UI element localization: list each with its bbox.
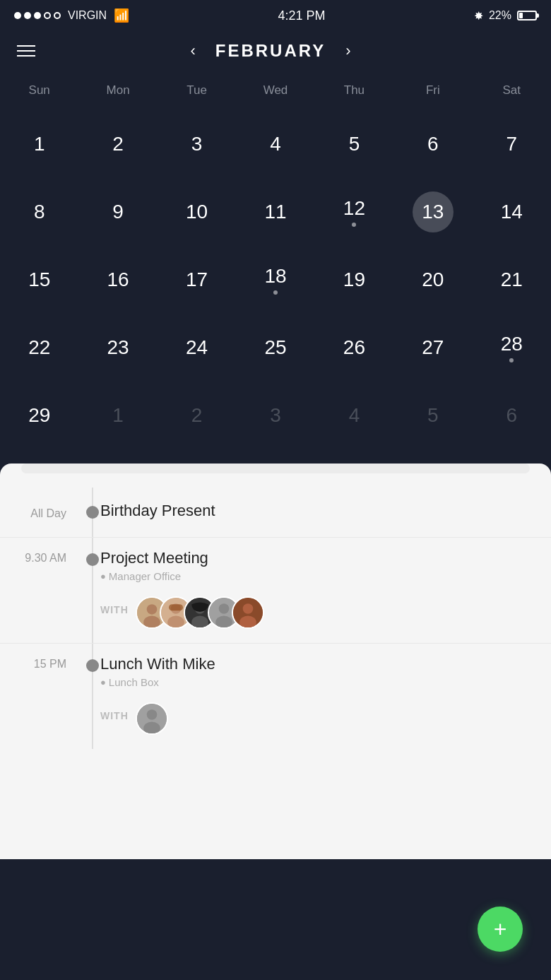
day-number: 12 xyxy=(343,197,365,220)
menu-button[interactable] xyxy=(17,45,35,57)
month-nav: ‹ FEBRUARY › xyxy=(184,41,356,61)
calendar-day-25[interactable]: 25 xyxy=(236,314,314,382)
lunch-attendees-row: WITH xyxy=(100,697,534,735)
calendar-day-17[interactable]: 17 xyxy=(158,246,236,314)
svg-point-1 xyxy=(146,604,157,615)
calendar-day-9[interactable]: 9 xyxy=(78,178,157,246)
day-number: 11 xyxy=(264,201,286,223)
calendar-day-29[interactable]: 29 xyxy=(0,382,78,449)
next-month-button[interactable]: › xyxy=(340,42,356,60)
calendar-day-6-other[interactable]: 6 xyxy=(473,382,551,449)
calendar-day-13[interactable]: 13 xyxy=(393,178,472,246)
day-number: 1 xyxy=(112,404,124,427)
prev-month-button[interactable]: ‹ xyxy=(184,42,201,60)
calendar-day-2[interactable]: 2 xyxy=(78,110,157,178)
add-event-button[interactable]: + xyxy=(478,907,523,952)
calendar-day-27[interactable]: 27 xyxy=(393,314,472,382)
calendar-day-22[interactable]: 22 xyxy=(0,314,78,382)
project-meeting-dot xyxy=(86,553,99,566)
calendar-day-14[interactable]: 14 xyxy=(473,178,551,246)
calendar-day-12[interactable]: 12 xyxy=(315,178,393,246)
status-bar: VIRGIN 📶 4:21 PM ✸ 22% xyxy=(0,0,551,31)
calendar-day-26[interactable]: 26 xyxy=(315,314,393,382)
calendar-day-3-other[interactable]: 3 xyxy=(236,382,314,449)
battery-fill xyxy=(519,13,523,18)
calendar-day-15[interactable]: 15 xyxy=(0,246,78,314)
month-title: FEBRUARY xyxy=(215,41,326,61)
project-meeting-time: 9.30 AM xyxy=(17,549,66,565)
panel-handle xyxy=(21,464,530,473)
day-header-sat: Sat xyxy=(473,78,551,103)
day-number: 2 xyxy=(112,133,124,155)
calendar-day-6[interactable]: 6 xyxy=(393,110,472,178)
with-label-1: WITH xyxy=(100,604,129,615)
calendar-day-19[interactable]: 19 xyxy=(315,246,393,314)
day-number: 6 xyxy=(427,133,439,155)
lunch-dot xyxy=(86,659,99,672)
svg-point-9 xyxy=(191,616,208,629)
day-number: 13 xyxy=(422,201,444,223)
day-number: 27 xyxy=(422,336,444,359)
calendar-day-4[interactable]: 4 xyxy=(236,110,314,178)
day-number: 10 xyxy=(186,201,208,223)
event-dot xyxy=(273,290,278,295)
svg-point-18 xyxy=(143,722,160,735)
day-header-fri: Fri xyxy=(393,78,472,103)
day-number: 5 xyxy=(427,404,439,427)
day-number: 5 xyxy=(349,133,360,155)
event-row-lunch[interactable]: 15 PM Lunch With Mike ● Lunch Box WITH xyxy=(0,644,551,749)
lunch-content: Lunch With Mike ● Lunch Box WITH xyxy=(100,655,534,735)
day-header-thu: Thu xyxy=(315,78,393,103)
calendar-day-5[interactable]: 5 xyxy=(315,110,393,178)
calendar-day-18[interactable]: 18 xyxy=(236,246,314,314)
calendar-day-1-other[interactable]: 1 xyxy=(78,382,157,449)
lunch-location: ● Lunch Box xyxy=(100,676,534,688)
event-row-allday[interactable]: All Day Birthday Present xyxy=(0,488,551,538)
svg-point-2 xyxy=(143,616,160,629)
calendar-day-11[interactable]: 11 xyxy=(236,178,314,246)
calendar-day-2-other[interactable]: 2 xyxy=(158,382,236,449)
calendar-day-21[interactable]: 21 xyxy=(473,246,551,314)
calendar-day-7[interactable]: 7 xyxy=(473,110,551,178)
day-number: 26 xyxy=(343,336,365,359)
day-number: 24 xyxy=(186,336,208,359)
add-icon: + xyxy=(494,916,507,943)
calendar-day-1[interactable]: 1 xyxy=(0,110,78,178)
calendar-day-23[interactable]: 23 xyxy=(78,314,157,382)
day-number: 29 xyxy=(28,404,50,427)
battery-icon xyxy=(517,11,537,20)
day-number: 18 xyxy=(264,265,286,288)
event-row-project-meeting[interactable]: 9.30 AM Project Meeting ● Manager Office… xyxy=(0,538,551,644)
day-header-wed: Wed xyxy=(236,78,314,103)
svg-rect-6 xyxy=(169,604,183,610)
calendar-container: Sun Mon Tue Wed Thu Fri Sat 123456789101… xyxy=(0,71,551,464)
calendar-day-8[interactable]: 8 xyxy=(0,178,78,246)
day-number: 21 xyxy=(501,268,523,291)
calendar-day-4-other[interactable]: 4 xyxy=(315,382,393,449)
svg-point-15 xyxy=(239,616,256,629)
day-number: 22 xyxy=(28,336,50,359)
menu-line-1 xyxy=(17,45,35,47)
day-number: 1 xyxy=(34,133,45,155)
day-number: 2 xyxy=(191,404,203,427)
battery-percent: 22% xyxy=(489,9,511,22)
events-list: All Day Birthday Present 9.30 AM Project… xyxy=(0,473,551,763)
calendar-day-5-other[interactable]: 5 xyxy=(393,382,472,449)
calendar-day-24[interactable]: 24 xyxy=(158,314,236,382)
svg-point-14 xyxy=(242,603,253,614)
bluetooth-icon: ✸ xyxy=(474,9,483,23)
carrier-label: VIRGIN xyxy=(68,9,107,22)
calendar-day-28[interactable]: 28 xyxy=(473,314,551,382)
allday-event-title: Birthday Present xyxy=(100,502,534,520)
calendar-header: ‹ FEBRUARY › xyxy=(0,31,551,71)
calendar-day-16[interactable]: 16 xyxy=(78,246,157,314)
calendar-day-20[interactable]: 20 xyxy=(393,246,472,314)
allday-time-label: All Day xyxy=(17,504,66,520)
wifi-icon: 📶 xyxy=(114,8,129,23)
svg-point-17 xyxy=(146,709,157,720)
signal-dot-1 xyxy=(14,12,21,19)
lunch-location-text: Lunch Box xyxy=(109,676,159,688)
day-number: 19 xyxy=(343,268,365,291)
calendar-day-3[interactable]: 3 xyxy=(158,110,236,178)
calendar-day-10[interactable]: 10 xyxy=(158,178,236,246)
